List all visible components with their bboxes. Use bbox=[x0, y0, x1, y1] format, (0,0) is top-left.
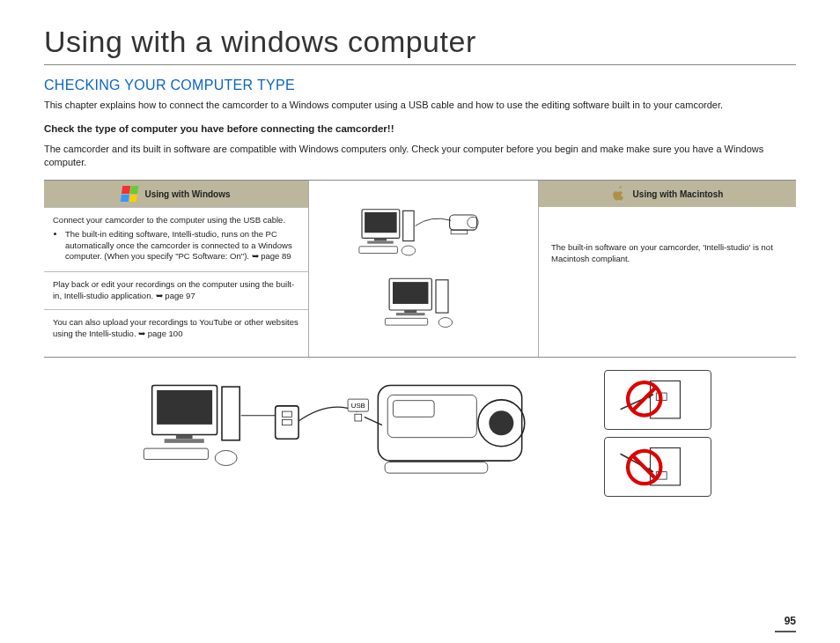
svg-point-23 bbox=[215, 450, 237, 465]
page-number-bar bbox=[775, 631, 796, 632]
bottom-illustration-row: USB bbox=[44, 370, 796, 497]
windows-column: Using with Windows Connect your camcorde… bbox=[44, 181, 309, 357]
windows-cell-3: You can also upload your recordings to Y… bbox=[44, 309, 308, 347]
windows-cell-2: Play back or edit your recordings on the… bbox=[44, 271, 308, 309]
usb-label: USB bbox=[351, 402, 365, 410]
svg-rect-2 bbox=[374, 238, 387, 240]
windows-cell1-intro: Connect your camcorder to the computer u… bbox=[53, 215, 285, 225]
svg-rect-24 bbox=[276, 406, 298, 439]
windows-cell1-bullet: The built-in editing software, Intelli-s… bbox=[65, 229, 299, 262]
svg-rect-15 bbox=[385, 318, 427, 325]
intro-paragraph: This chapter explains how to connect the… bbox=[44, 99, 796, 112]
mac-bar: Using with Macintosh bbox=[539, 181, 796, 207]
svg-rect-12 bbox=[404, 310, 416, 313]
connection-diagram: USB bbox=[129, 372, 586, 495]
svg-rect-21 bbox=[222, 387, 239, 440]
svg-rect-25 bbox=[282, 411, 291, 417]
windows-bar: Using with Windows bbox=[44, 181, 308, 207]
svg-point-32 bbox=[489, 410, 513, 435]
svg-rect-22 bbox=[144, 448, 208, 459]
svg-rect-19 bbox=[176, 435, 193, 440]
svg-rect-26 bbox=[282, 419, 291, 425]
closeup-top bbox=[604, 370, 711, 430]
svg-rect-34 bbox=[393, 401, 434, 418]
pc-camcorder-illustration bbox=[353, 203, 494, 264]
windows-bar-label: Using with Windows bbox=[144, 189, 230, 199]
pc-standalone-illustration bbox=[353, 273, 494, 335]
closeup-bottom bbox=[604, 437, 711, 497]
windows-cell-1: Connect your camcorder to the computer u… bbox=[44, 207, 308, 271]
apple-logo-icon bbox=[612, 186, 626, 202]
svg-line-36 bbox=[365, 417, 382, 425]
page-number: 95 bbox=[785, 615, 796, 627]
svg-rect-4 bbox=[403, 211, 414, 240]
bold-lead: Check the type of computer you have befo… bbox=[44, 122, 796, 137]
lead-paragraph: The camcorder and its built in software … bbox=[44, 143, 796, 169]
illustration-column bbox=[309, 181, 538, 357]
svg-point-6 bbox=[402, 246, 416, 255]
windows-logo-icon bbox=[121, 186, 139, 202]
svg-line-41 bbox=[632, 388, 656, 411]
svg-rect-33 bbox=[387, 395, 476, 437]
svg-rect-13 bbox=[396, 313, 425, 315]
svg-line-46 bbox=[632, 455, 656, 479]
svg-rect-3 bbox=[367, 241, 394, 244]
mac-bar-label: Using with Macintosh bbox=[633, 189, 724, 199]
mac-cell: The built-in software on your camcorder,… bbox=[539, 242, 796, 265]
svg-rect-14 bbox=[436, 280, 448, 313]
svg-rect-5 bbox=[359, 247, 398, 254]
mac-column: Using with Macintosh The built-in softwa… bbox=[538, 181, 796, 357]
svg-rect-9 bbox=[451, 230, 468, 234]
svg-rect-18 bbox=[157, 390, 212, 425]
svg-rect-35 bbox=[385, 462, 488, 473]
svg-rect-20 bbox=[165, 439, 204, 443]
page-title: Using with a windows computer bbox=[44, 25, 796, 65]
section-heading: CHECKING YOUR COMPUTER TYPE bbox=[44, 78, 796, 93]
svg-rect-11 bbox=[393, 282, 428, 304]
svg-rect-29 bbox=[355, 414, 362, 421]
svg-rect-1 bbox=[365, 212, 397, 233]
svg-point-16 bbox=[438, 318, 453, 328]
comparison-row: Using with Windows Connect your camcorde… bbox=[44, 180, 796, 358]
closeup-column bbox=[604, 370, 711, 497]
